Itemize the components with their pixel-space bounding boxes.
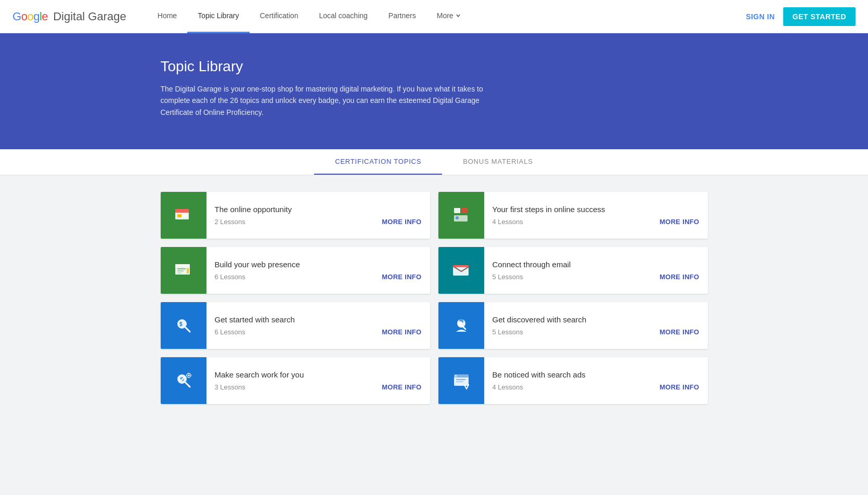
card-content-opportunity: The online opportunity 2 Lessons MORE IN… <box>206 199 430 232</box>
card-web-presence: Build your web presence 6 Lessons MORE I… <box>161 247 430 294</box>
nav-more[interactable]: More <box>426 0 471 33</box>
svg-point-36 <box>455 375 457 377</box>
tabs-container: CERTIFICATION TOPICS BONUS MATERIALS <box>0 149 868 175</box>
svg-line-19 <box>186 328 190 332</box>
card-content-search-start: Get started with search 6 Lessons MORE I… <box>206 309 430 342</box>
card-meta-first-steps: 4 Lessons MORE INFO <box>493 218 699 226</box>
svg-rect-17 <box>453 265 469 267</box>
first-steps-icon <box>450 204 473 227</box>
card-email: Connect through email 5 Lessons MORE INF… <box>438 247 708 294</box>
card-title-web-presence: Build your web presence <box>215 260 422 269</box>
card-more-search-work[interactable]: MORE INFO <box>382 383 421 391</box>
hero-title: Topic Library <box>161 58 708 75</box>
card-title-opportunity: The online opportunity <box>215 205 422 214</box>
card-first-steps: Your first steps in online success 4 Les… <box>438 192 708 239</box>
sign-in-button[interactable]: SIGN IN <box>746 12 775 21</box>
card-search-ads: Be noticed with search ads 4 Lessons MOR… <box>438 357 708 404</box>
header-actions: SIGN IN GET STARTED <box>746 7 856 26</box>
hero-description: The Digital Garage is your one-stop shop… <box>161 83 514 118</box>
card-lessons-email: 5 Lessons <box>493 273 523 281</box>
card-icon-opportunity <box>161 192 206 239</box>
opportunity-icon <box>172 204 195 227</box>
card-meta-search-ads: 4 Lessons MORE INFO <box>493 383 699 391</box>
card-icon-email <box>438 247 484 294</box>
card-lessons-web-presence: 6 Lessons <box>215 273 245 281</box>
header: Google Digital Garage Home Topic Library… <box>0 0 868 33</box>
card-title-search-ads: Be noticed with search ads <box>493 370 699 379</box>
card-lessons-search-work: 3 Lessons <box>215 383 245 391</box>
card-more-email[interactable]: MORE INFO <box>659 273 699 281</box>
digital-garage-logo-text: Digital Garage <box>50 10 126 23</box>
nav-topic-library[interactable]: Topic Library <box>187 0 249 33</box>
tab-certification-topics[interactable]: CERTIFICATION TOPICS <box>314 149 442 175</box>
nav-home[interactable]: Home <box>147 0 187 33</box>
card-lessons-first-steps: 4 Lessons <box>493 218 523 226</box>
card-icon-search-work <box>161 357 206 404</box>
card-content-web-presence: Build your web presence 6 Lessons MORE I… <box>206 254 430 287</box>
card-content-search-discover: Get discovered with search 5 Lessons MOR… <box>484 309 708 342</box>
card-search-discover: Get discovered with search 5 Lessons MOR… <box>438 302 708 349</box>
web-presence-icon <box>172 259 195 282</box>
card-more-search-ads[interactable]: MORE INFO <box>659 383 699 391</box>
svg-rect-15 <box>187 268 189 273</box>
card-title-search-discover: Get discovered with search <box>493 315 699 324</box>
svg-rect-12 <box>177 268 186 269</box>
svg-rect-13 <box>177 270 184 271</box>
card-content-email: Connect through email 5 Lessons MORE INF… <box>484 254 708 287</box>
search-ads-icon <box>450 369 473 392</box>
search-discover-icon <box>450 314 473 337</box>
google-logo: Google <box>12 10 48 23</box>
svg-rect-2 <box>177 214 182 217</box>
svg-rect-38 <box>456 381 463 382</box>
card-more-search-discover[interactable]: MORE INFO <box>659 328 699 336</box>
svg-rect-1 <box>175 209 189 213</box>
search-start-icon: $ <box>172 314 195 337</box>
card-icon-search-ads <box>438 357 484 404</box>
svg-text:$: $ <box>179 321 183 327</box>
svg-point-29 <box>188 374 190 376</box>
chevron-down-icon <box>456 13 461 18</box>
search-work-icon <box>172 369 195 392</box>
card-lessons-search-ads: 4 Lessons <box>493 383 523 391</box>
card-more-web-presence[interactable]: MORE INFO <box>382 273 421 281</box>
card-title-email: Connect through email <box>493 260 699 269</box>
card-meta-web-presence: 6 Lessons MORE INFO <box>215 273 422 281</box>
card-more-opportunity[interactable]: MORE INFO <box>382 218 421 226</box>
card-title-search-start: Get started with search <box>215 315 422 324</box>
card-lessons-search-start: 6 Lessons <box>215 328 245 336</box>
nav-certification[interactable]: Certification <box>250 0 309 33</box>
get-started-button[interactable]: GET STARTED <box>783 7 856 26</box>
card-meta-search-discover: 5 Lessons MORE INFO <box>493 328 699 336</box>
hero-banner: Topic Library The Digital Garage is your… <box>0 33 868 149</box>
tab-bonus-materials[interactable]: BONUS MATERIALS <box>442 149 554 175</box>
card-online-opportunity: The online opportunity 2 Lessons MORE IN… <box>161 192 430 239</box>
card-more-first-steps[interactable]: MORE INFO <box>659 218 699 226</box>
card-meta-email: 5 Lessons MORE INFO <box>493 273 699 281</box>
card-icon-web-presence <box>161 247 206 294</box>
card-content-search-work: Make search work for you 3 Lessons MORE … <box>206 364 430 397</box>
card-lessons-search-discover: 5 Lessons <box>493 328 523 336</box>
card-more-search-start[interactable]: MORE INFO <box>382 328 421 336</box>
svg-point-10 <box>176 265 178 266</box>
svg-point-7 <box>456 216 459 219</box>
cards-grid: The online opportunity 2 Lessons MORE IN… <box>148 192 720 404</box>
card-search-work: Make search work for you 3 Lessons MORE … <box>161 357 430 404</box>
nav-partners[interactable]: Partners <box>378 0 426 33</box>
card-icon-search-start: $ <box>161 302 206 349</box>
main-nav: Home Topic Library Certification Local c… <box>147 0 746 33</box>
svg-point-11 <box>178 265 180 266</box>
card-search-start: $ Get started with search 6 Lessons MORE… <box>161 302 430 349</box>
card-content-search-ads: Be noticed with search ads 4 Lessons MOR… <box>484 364 708 397</box>
card-icon-first-steps <box>438 192 484 239</box>
card-meta-search-start: 6 Lessons MORE INFO <box>215 328 422 336</box>
svg-rect-4 <box>454 208 460 213</box>
logo[interactable]: Google Digital Garage <box>12 10 126 23</box>
card-title-search-work: Make search work for you <box>215 370 422 379</box>
nav-local-coaching[interactable]: Local coaching <box>308 0 378 33</box>
card-meta-opportunity: 2 Lessons MORE INFO <box>215 218 422 226</box>
card-icon-search-discover <box>438 302 484 349</box>
email-icon <box>450 259 473 282</box>
svg-rect-5 <box>461 208 468 213</box>
card-meta-search-work: 3 Lessons MORE INFO <box>215 383 422 391</box>
card-lessons-opportunity: 2 Lessons <box>215 218 245 226</box>
